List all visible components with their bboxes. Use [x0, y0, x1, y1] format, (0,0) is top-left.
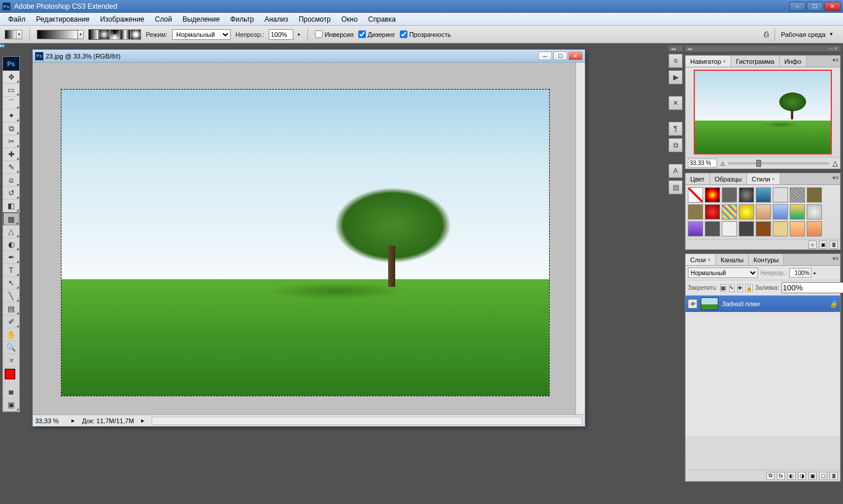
strip-collapse-handle[interactable]: ◂◂	[669, 46, 683, 52]
gradient-angle-button[interactable]	[109, 29, 120, 40]
clone-stamp-tool[interactable]: ⧇	[3, 174, 19, 187]
foreground-color-swatch[interactable]	[5, 369, 15, 379]
style-swatch[interactable]	[705, 221, 720, 236]
style-swatch[interactable]	[739, 204, 754, 220]
style-swatch[interactable]	[807, 204, 822, 220]
lock-transparency-button[interactable]: ▦	[720, 284, 727, 292]
slice-tool[interactable]: ✂	[3, 135, 19, 148]
canvas-viewport[interactable]	[33, 63, 575, 414]
menu-analysis[interactable]: Анализ	[260, 14, 293, 25]
gradient-reflected-button[interactable]	[120, 29, 131, 40]
magic-wand-tool[interactable]: ✦	[3, 109, 19, 122]
history-brush-tool[interactable]: ↺	[3, 187, 19, 200]
tool-preset-icon[interactable]	[5, 30, 16, 39]
new-layer-button[interactable]: ▢	[819, 472, 827, 480]
dock-icon-history[interactable]: ≡	[669, 54, 683, 68]
gradient-radial-button[interactable]	[99, 29, 109, 40]
dock-icon-actions[interactable]: ▶	[669, 70, 683, 84]
style-swatch[interactable]	[773, 187, 788, 203]
tab-navigator[interactable]: Навигатор×	[686, 56, 731, 67]
style-swatch[interactable]	[705, 204, 720, 220]
style-swatch[interactable]	[790, 204, 805, 220]
style-swatch[interactable]	[739, 221, 754, 236]
layer-fill-input[interactable]	[782, 282, 843, 293]
brush-tool[interactable]: ✎	[3, 161, 19, 174]
eraser-tool[interactable]: ◧	[3, 200, 19, 212]
canvas[interactable]	[61, 89, 550, 396]
swap-colors-icon[interactable]: ⤭	[3, 354, 19, 367]
style-swatch[interactable]	[790, 187, 805, 203]
navigator-zoom-slider[interactable]	[728, 162, 829, 164]
transparency-checkbox[interactable]: Прозрачность	[400, 30, 451, 38]
opacity-flyout-icon[interactable]: ▸	[814, 270, 816, 276]
gradient-diamond-button[interactable]	[131, 29, 141, 40]
tab-color[interactable]: Цвет	[686, 173, 710, 184]
path-selection-tool[interactable]: ↖	[3, 277, 19, 290]
menu-help[interactable]: Справка	[364, 14, 400, 25]
tab-channels[interactable]: Каналы	[716, 254, 749, 265]
dither-checkbox[interactable]: Дизеринг	[358, 30, 395, 38]
navigator-thumbnail[interactable]	[694, 70, 832, 155]
dock-icon-tool-presets[interactable]: ✕	[669, 96, 683, 110]
style-swatch[interactable]	[722, 187, 737, 203]
lock-pixels-button[interactable]: ✎	[729, 284, 735, 292]
dock-icon-brushes[interactable]: ¶	[669, 122, 683, 136]
dock-icon-clone-source[interactable]: ⧉	[669, 138, 683, 152]
menu-file[interactable]: Файл	[4, 14, 30, 25]
menu-image[interactable]: Изображение	[95, 14, 149, 25]
crop-tool[interactable]: ⧉	[3, 122, 19, 135]
clear-style-button[interactable]: ⦸	[808, 241, 817, 249]
horizontal-scrollbar[interactable]	[152, 417, 582, 425]
style-swatch[interactable]	[688, 221, 703, 236]
tool-preset-dropdown[interactable]: ▾	[16, 30, 22, 39]
gradient-preview[interactable]	[37, 30, 78, 39]
gradient-linear-button[interactable]	[88, 29, 99, 40]
move-tool[interactable]: ✥	[3, 71, 19, 84]
menu-filter[interactable]: Фильтр	[225, 14, 258, 25]
hand-tool[interactable]: ✋	[3, 328, 19, 341]
workspace-switcher[interactable]: ⎙ Рабочая среда ▼	[759, 27, 838, 42]
statusbar-flyout-icon[interactable]: ▸	[141, 417, 145, 424]
color-swatches[interactable]	[3, 367, 19, 386]
shape-tool[interactable]: ╲	[3, 290, 19, 303]
lock-position-button[interactable]: ✥	[737, 284, 743, 292]
zoom-in-icon[interactable]: △	[832, 159, 838, 167]
delete-layer-button[interactable]: 🗑	[830, 472, 838, 480]
zoom-out-icon[interactable]: △	[721, 160, 725, 166]
style-swatch[interactable]	[756, 221, 771, 236]
dock-icon-character[interactable]: A	[669, 164, 683, 178]
stack-collapse-handle[interactable]: ◂◂─ ×	[685, 46, 841, 52]
tab-layers[interactable]: Слои×	[686, 254, 716, 265]
statusbar-popup-icon[interactable]: ▸	[71, 417, 75, 424]
layer-style-button[interactable]: fx	[777, 472, 785, 480]
tab-styles[interactable]: Стили×	[747, 173, 780, 184]
doc-close-button[interactable]: ✕	[568, 52, 582, 60]
zoom-tool[interactable]: 🔍	[3, 341, 19, 354]
layer-visibility-toggle[interactable]: 👁	[688, 299, 697, 308]
healing-brush-tool[interactable]: ✚	[3, 148, 19, 161]
reverse-checkbox[interactable]: Инверсия	[315, 30, 354, 38]
style-swatch[interactable]	[722, 204, 737, 220]
style-swatch[interactable]	[705, 187, 720, 203]
gradient-tool[interactable]: ▦	[3, 212, 19, 225]
tab-info[interactable]: Инфо	[780, 56, 807, 67]
style-swatch[interactable]	[688, 187, 703, 203]
doc-maximize-button[interactable]: ☐	[553, 52, 567, 60]
palette-collapse-handle[interactable]: ▸▸	[0, 43, 5, 48]
document-titlebar[interactable]: Ps 23.jpg @ 33,3% (RGB/8#) ─ ☐ ✕	[33, 50, 585, 63]
style-swatch[interactable]	[756, 204, 771, 220]
style-swatch[interactable]	[773, 204, 788, 220]
style-swatch[interactable]	[807, 221, 822, 236]
menu-select[interactable]: Выделение	[178, 14, 225, 25]
opacity-flyout-icon[interactable]: ▸	[298, 32, 300, 37]
menu-layer[interactable]: Слой	[150, 14, 177, 25]
opacity-input[interactable]	[269, 29, 293, 40]
blur-tool[interactable]: △	[3, 225, 19, 238]
close-button[interactable]: ✕	[824, 2, 841, 11]
pen-tool[interactable]: ✒	[3, 251, 19, 264]
gradient-picker-dropdown[interactable]: ▾	[78, 30, 84, 39]
maximize-button[interactable]: ☐	[807, 2, 823, 11]
eyedropper-tool[interactable]: ✐	[3, 316, 19, 328]
layer-mask-button[interactable]: ◐	[787, 472, 796, 480]
type-tool[interactable]: T	[3, 264, 19, 277]
